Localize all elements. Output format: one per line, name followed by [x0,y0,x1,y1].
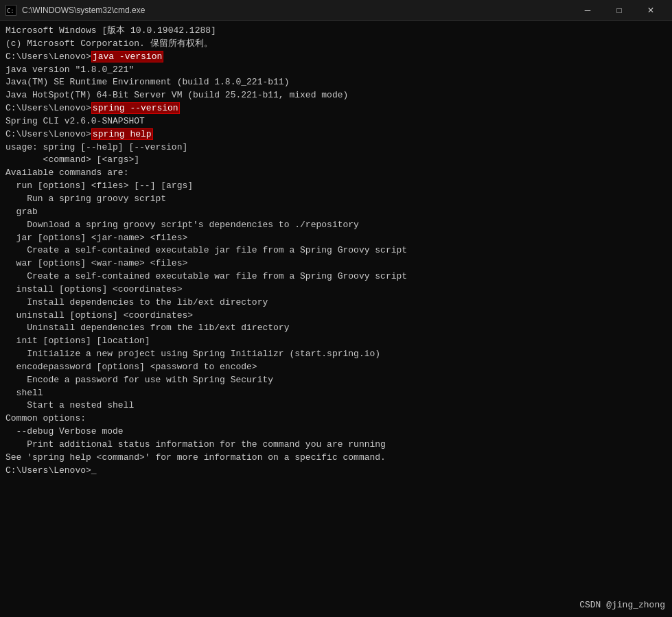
terminal-line: Available commands are: [5,167,667,180]
watermark: CSDN @jing_zhong [579,600,665,610]
terminal-line: shell [5,387,667,400]
terminal-line: encodepassword [options] <password to en… [5,361,667,374]
terminal-line: Uninstall dependencies from the lib/ext … [5,322,667,335]
close-button[interactable]: ✕ [635,0,667,21]
terminal-line: C:\Users\Lenovo>_ [5,465,667,478]
terminal-line: Java(TM) SE Runtime Environment (build 1… [5,76,667,89]
terminal-line: Microsoft Windows [版本 10.0.19042.1288] [5,25,667,38]
terminal-line: Install dependencies to the lib/ext dire… [5,296,667,310]
terminal-line: Spring CLI v2.6.0-SNAPSHOT [5,115,667,128]
window-title: C:\WINDOWS\system32\cmd.exe [22,5,145,15]
terminal-line: C:\Users\Lenovo>spring help [5,128,667,141]
command-highlight: spring help [91,128,153,140]
terminal-line: Common options: [5,412,667,426]
title-bar-left: C: C:\WINDOWS\system32\cmd.exe [5,5,145,16]
terminal-line: C:\Users\Lenovo>java -version [5,51,667,64]
prompt-text: C:\Users\Lenovo> [5,51,91,62]
terminal-line: uninstall [options] <coordinates> [5,310,667,323]
terminal-line: jar [options] <jar-name> <files> [5,232,667,245]
prompt-text: C:\Users\Lenovo> [5,129,91,139]
terminal-line: C:\Users\Lenovo>spring --version [5,102,667,115]
terminal-line: See 'spring help <command>' for more inf… [5,452,667,465]
terminal-line: init [options] [location] [5,335,667,348]
terminal-line: Encode a password for use with Spring Se… [5,374,667,387]
svg-text:C:: C: [7,7,14,14]
cursor: _ [91,465,97,476]
terminal-line: Create a self-contained executable jar f… [5,244,667,257]
terminal-line: Java HotSpot(TM) 64-Bit Server VM (build… [5,89,667,102]
cmd-icon: C: [5,5,16,16]
terminal-line: war [options] <war-name> <files> [5,257,667,270]
terminal-line: grab [5,206,667,219]
terminal-line: java version "1.8.0_221" [5,64,667,77]
terminal-line: install [options] <coordinates> [5,283,667,296]
prompt-text: C:\Users\Lenovo> [5,103,91,113]
terminal-line: Create a self-contained executable war f… [5,270,667,283]
terminal-line: Download a spring groovy script's depend… [5,219,667,232]
terminal-line: (c) Microsoft Corporation. 保留所有权利。 [5,38,667,51]
terminal-line: Start a nested shell [5,399,667,412]
terminal-line: --debug Verbose mode [5,426,667,439]
command-highlight: java -version [91,51,163,62]
window-controls[interactable]: ─ □ ✕ [572,0,667,21]
prompt-text: C:\Users\Lenovo> [5,465,91,476]
terminal-line: Run a spring groovy script [5,193,667,206]
command-highlight: spring --version [91,102,180,114]
terminal-body: Microsoft Windows [版本 10.0.19042.1288](c… [0,21,672,617]
title-bar: C: C:\WINDOWS\system32\cmd.exe ─ □ ✕ [0,0,672,21]
minimize-button[interactable]: ─ [572,0,603,21]
terminal-line: <command> [<args>] [5,154,667,167]
terminal-line: run [options] <files> [--] [args] [5,180,667,193]
terminal-line: Print additional status information for … [5,439,667,452]
maximize-button[interactable]: □ [603,0,635,21]
terminal-line: Initialize a new project using Spring In… [5,348,667,361]
terminal-line: usage: spring [--help] [--version] [5,141,667,154]
